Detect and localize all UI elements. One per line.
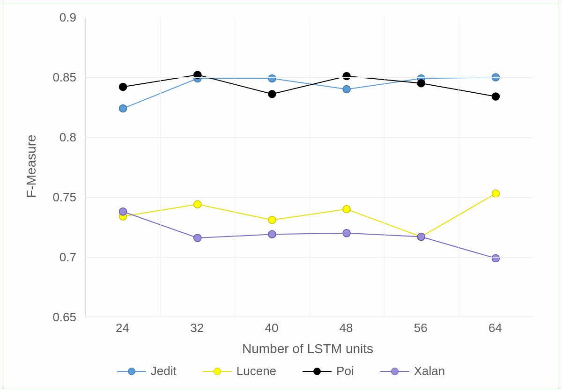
legend-label: Xalan [414,364,445,378]
series-marker [119,208,127,215]
gridline-v [235,17,235,317]
gridline-v [384,17,385,317]
gridline-v [160,17,161,317]
series-marker [194,234,201,242]
x-tick-label: 56 [414,321,428,335]
series-marker [417,233,425,240]
gridline-v [310,17,310,317]
series-marker [268,75,276,82]
series-marker [268,216,276,224]
legend-item: Xalan [380,364,445,378]
x-tick-label: 48 [340,321,353,335]
series-marker [194,200,201,208]
series-marker [343,206,350,213]
series-marker [119,83,127,90]
series-marker [268,90,276,98]
legend-item: Jedit [117,364,177,378]
legend-item: Lucene [203,364,276,378]
series-marker [417,80,425,87]
y-tick-label: 0.65 [34,310,76,325]
series-marker [119,105,127,112]
series-marker [343,72,350,80]
series-marker [268,230,276,238]
series-marker [492,190,499,197]
legend-label: Lucene [237,364,276,378]
x-tick-label: 64 [488,321,502,335]
x-tick-label: 24 [116,321,129,335]
legend-label: Jedit [151,364,177,378]
y-tick-label: 0.85 [34,70,76,85]
series-marker [492,93,499,100]
legend: JeditLucenePoiXalan [3,364,559,380]
plot-area [85,17,532,317]
series-marker [343,229,350,237]
series-marker [343,86,350,93]
y-tick-label: 0.9 [34,10,76,25]
x-axis-label: Number of LSTM units [242,341,373,356]
legend-item: Poi [303,364,354,378]
legend-swatch [117,366,146,377]
legend-swatch [203,366,232,377]
y-tick-label: 0.7 [34,250,76,265]
y-tick-label: 0.75 [34,190,76,205]
legend-label: Poi [336,364,354,378]
legend-swatch [303,366,332,377]
x-tick-label: 32 [190,321,204,335]
gridline-v [458,17,459,317]
chart-frame: F-Measure Number of LSTM units JeditLuce… [3,3,559,389]
legend-swatch [380,366,409,377]
series-marker [492,255,499,262]
y-tick-label: 0.8 [34,130,76,145]
x-tick-label: 40 [265,321,278,335]
